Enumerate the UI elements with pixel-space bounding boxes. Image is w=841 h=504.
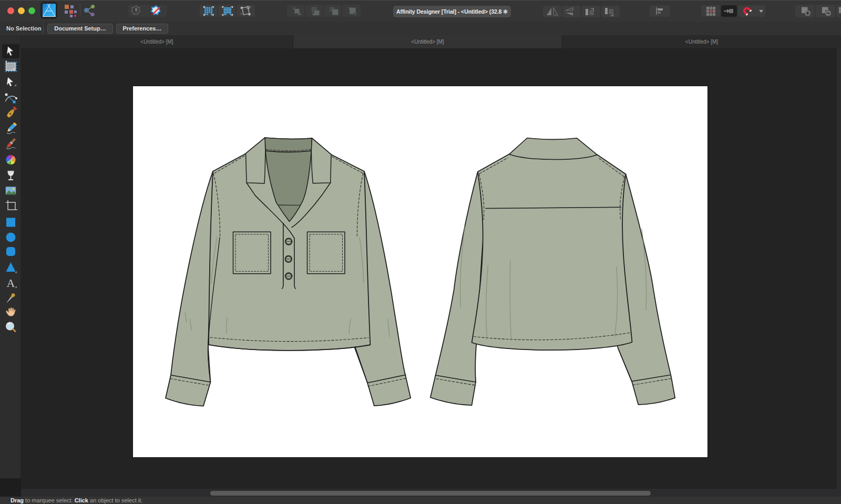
- svg-text:A: A: [7, 276, 15, 290]
